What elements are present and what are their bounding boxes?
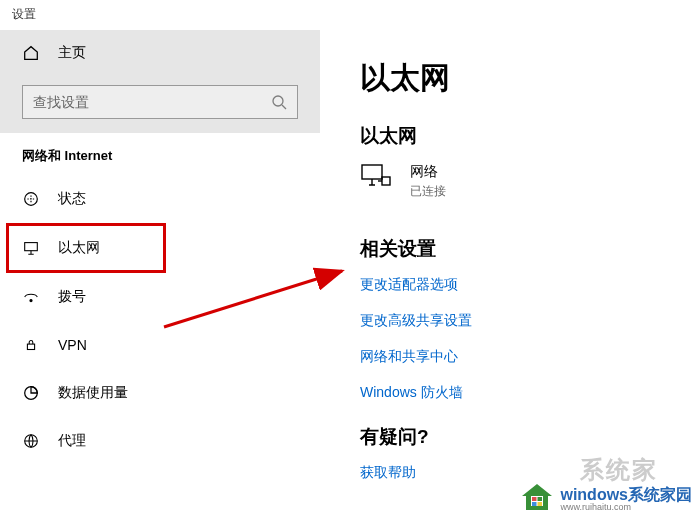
link-advanced-sharing[interactable]: 更改高级共享设置 [360,312,658,330]
status-icon [22,190,40,208]
link-network-sharing-center[interactable]: 网络和共享中心 [360,348,658,366]
sidebar-item-ethernet[interactable]: 以太网 [6,223,166,273]
network-name: 网络 [410,163,446,181]
sidebar-item-label: 数据使用量 [58,384,128,402]
svg-rect-8 [382,177,390,185]
dialup-icon [22,288,40,306]
proxy-icon [22,432,40,450]
section-help-title: 有疑问? [360,424,658,450]
home-row[interactable]: 主页 [0,30,320,75]
watermark-logo-icon [520,482,554,512]
network-status-row[interactable]: 网络 已连接 [360,163,658,200]
section-related-title: 相关设置 [360,236,658,262]
search-box[interactable] [22,85,298,119]
sidebar-item-dialup[interactable]: 拨号 [0,273,320,321]
svg-rect-15 [532,502,537,506]
sidebar: 主页 网络和 Internet 状态 [0,30,320,516]
window-title: 设置 [12,7,36,21]
svg-rect-2 [25,243,38,251]
watermark: windows系统家园 www.ruihaitu.com [520,482,692,512]
category-label: 网络和 Internet [0,133,320,175]
svg-rect-16 [538,502,543,506]
svg-point-0 [273,96,283,106]
link-adapter-options[interactable]: 更改适配器选项 [360,276,658,294]
search-icon [271,94,287,110]
svg-rect-14 [538,497,543,501]
data-usage-icon [22,384,40,402]
sidebar-item-label: 拨号 [58,288,86,306]
home-icon [22,44,40,62]
sidebar-item-proxy[interactable]: 代理 [0,417,320,465]
network-status: 已连接 [410,183,446,200]
search-wrap [0,75,320,133]
section-ethernet-title: 以太网 [360,123,658,149]
sidebar-item-vpn[interactable]: VPN [0,321,320,369]
sidebar-item-status[interactable]: 状态 [0,175,320,223]
main-content: 以太网 以太网 网络 已连接 相关设置 更改适配器选项 更改高级共享设置 网络和… [320,30,698,516]
window-titlebar: 设置 [0,0,698,30]
watermark-brand: windows系统家园 [560,487,692,503]
sidebar-item-datausage[interactable]: 数据使用量 [0,369,320,417]
sidebar-item-label: VPN [58,337,87,353]
svg-point-3 [30,300,32,302]
svg-rect-7 [362,165,382,179]
page-title: 以太网 [360,58,658,99]
svg-rect-4 [27,344,34,349]
svg-rect-13 [532,497,537,501]
home-label: 主页 [58,44,86,62]
monitor-network-icon [360,163,392,191]
link-windows-firewall[interactable]: Windows 防火墙 [360,384,658,402]
sidebar-item-label: 以太网 [58,239,100,257]
ethernet-icon [22,239,40,257]
search-input[interactable] [33,94,271,110]
vpn-icon [22,336,40,354]
sidebar-item-label: 代理 [58,432,86,450]
watermark-url: www.ruihaitu.com [560,503,692,512]
sidebar-item-label: 状态 [58,190,86,208]
